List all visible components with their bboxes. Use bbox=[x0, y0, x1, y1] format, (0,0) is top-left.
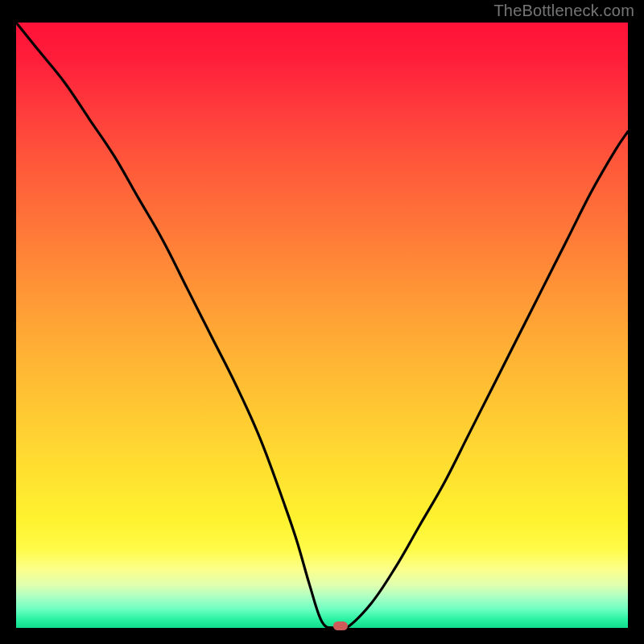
plot-area bbox=[16, 23, 628, 628]
bottleneck-curve bbox=[16, 23, 628, 630]
chart-frame: TheBottleneck.com bbox=[0, 0, 644, 644]
optimum-marker bbox=[333, 621, 348, 630]
watermark-label: TheBottleneck.com bbox=[493, 2, 634, 20]
